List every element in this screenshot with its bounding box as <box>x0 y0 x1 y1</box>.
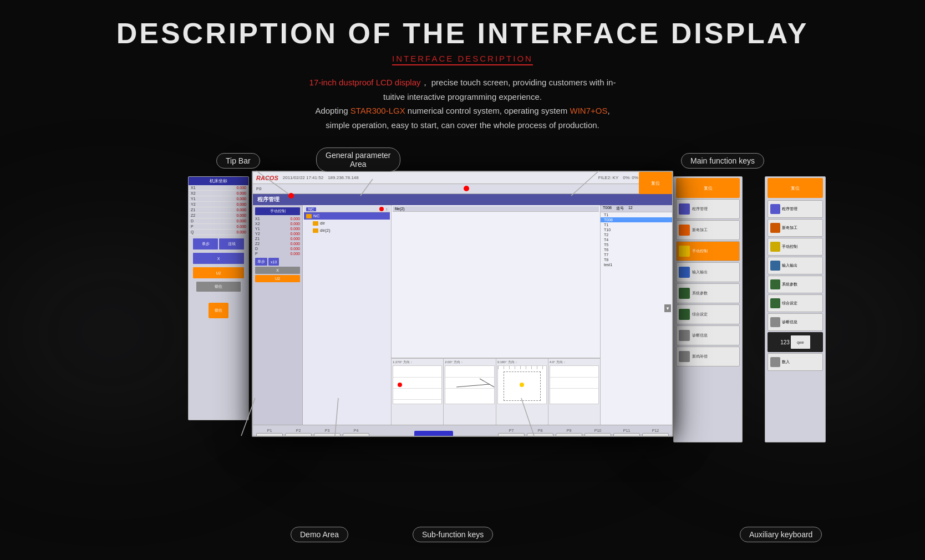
lsb-btn-move[interactable]: 锁住 <box>209 303 228 318</box>
fkey-btn-p3[interactable] <box>314 433 340 437</box>
ctrl-btn-x[interactable]: X <box>255 267 300 274</box>
lsb-btn-stop[interactable]: 锁住 <box>196 282 241 292</box>
rsb-icon-diag <box>679 330 690 341</box>
rsb-btn-sys[interactable]: 系统参数 <box>676 283 740 303</box>
fkey-btn-p7[interactable]: 删除目录 <box>498 433 525 437</box>
fkey-icon-p9 <box>565 437 573 437</box>
topbar-ip: 189.236.78.148 <box>328 175 359 180</box>
t-item-t2[interactable]: T2 <box>601 232 672 237</box>
t-item-t5[interactable]: T5 <box>601 242 672 247</box>
aux-btn-6[interactable]: 综合设定 <box>768 294 823 312</box>
ctrl-x1: X10.000 <box>255 217 300 221</box>
lsb-row-p: P0.000 <box>189 224 248 230</box>
vp-grid-1 <box>393 365 442 404</box>
left-sidebar-panel: 机床坐标 X10.000 X20.000 Y10.000 Y20.000 Z10… <box>188 176 249 420</box>
orange-top-btn[interactable]: 复位 <box>639 172 672 194</box>
red-indicator <box>464 186 469 191</box>
func-keys-bar: P1 新建目录 P2 到程程序 P3 <box>253 425 672 437</box>
callout-sub-function-keys: Sub-function keys <box>413 527 493 542</box>
fkey-icon-p7 <box>507 437 516 437</box>
fkey-btn-p11[interactable]: USR <box>613 433 640 437</box>
t-item-t1b[interactable]: T1 <box>601 222 672 227</box>
t-item-t4[interactable]: T4 <box>601 237 672 242</box>
lsb-btn-1[interactable]: 单步 <box>193 238 218 250</box>
fkey-btn-p12[interactable]: NET <box>642 433 669 437</box>
file-item-dir2[interactable]: dir(2) <box>304 227 390 234</box>
folder-icon-nc <box>306 214 312 218</box>
fkey-btn-p2[interactable]: 到程程序 <box>285 433 312 437</box>
aux-btn-4[interactable]: 输入输出 <box>768 257 823 274</box>
rsb-btn-manual[interactable]: 手动控制 <box>676 241 740 261</box>
aux-label-4: 输入输出 <box>782 263 797 268</box>
t-item-t6[interactable]: T6 <box>601 247 672 252</box>
aux-icon-3 <box>770 242 780 252</box>
enter-button[interactable]: ↵ ENTER <box>414 431 453 437</box>
ctrl-z1: Z10.000 <box>255 237 300 241</box>
lsb-btn-u[interactable]: U2 <box>193 267 244 278</box>
nc-badge: NC <box>306 207 316 211</box>
title-bar-text: 程序管理 <box>257 196 279 203</box>
file-item-nc[interactable]: NC <box>304 212 390 220</box>
aux-label-8: 数入 <box>782 359 790 365</box>
desc-line-2: tuitive interactive programming experien… <box>309 90 616 104</box>
viewport-quad-2: 2:00° 方向： <box>444 359 496 425</box>
aux-btn-3[interactable]: 手动控制 <box>768 238 823 256</box>
aux-icon-8 <box>770 357 780 367</box>
desc-line-4: simple operation, easy to start, can cov… <box>309 118 616 133</box>
title-section: DESCRIPTION OF THE INTERFACE DISPLAY INT… <box>116 0 809 65</box>
t-item-t10[interactable]: T10 <box>601 227 672 232</box>
aux-numpad-btn[interactable]: qwe <box>791 335 810 349</box>
rsb-btn-program[interactable]: 程序管理 <box>676 199 740 219</box>
rsb-label-combine: 综合设定 <box>692 312 708 317</box>
callout-tip-bar: Tip Bar <box>216 153 260 169</box>
fkey-icon-folder <box>265 437 274 437</box>
fkey-btn-p4[interactable]: 工程图输送 <box>343 433 369 437</box>
t-item-t8[interactable]: T8 <box>601 257 672 262</box>
fkey-btn-p9[interactable]: 粘 贴 <box>556 433 582 437</box>
center-content: file(2) 1:270° 方向： <box>392 205 600 425</box>
fkey-p4: P4 工程图输送 <box>343 429 369 437</box>
fkey-p3: P3 <box>314 429 340 437</box>
rsb-btn-comp[interactable]: 新鸡补偿 <box>676 347 740 366</box>
ctrl-btn-u2[interactable]: U2 <box>255 275 300 282</box>
ctrl-y1: Y10.000 <box>255 227 300 231</box>
vp2-line <box>456 384 490 388</box>
ctrl-d: D0.000 <box>255 247 300 251</box>
fkey-btn-p8[interactable]: 删除程序 <box>527 433 553 437</box>
vp-grid-4 <box>550 365 599 404</box>
ctrl-panel: 手动控制 X10.000 X20.000 Y10.000 Y20.000 Z10… <box>253 205 303 425</box>
aux-btn-7[interactable]: 诊断信息 <box>768 313 823 331</box>
aux-top-orange: 复位 <box>768 178 823 198</box>
t-item-t7[interactable]: T7 <box>601 252 672 257</box>
fkey-btn-p10[interactable]: NC <box>585 433 611 437</box>
aux-btn-list: 程序管理 新奇加工 手动控制 输入输出 系统参数 <box>765 199 825 372</box>
rsb-btn-diag[interactable]: 诊断信息 <box>676 325 740 345</box>
aux-icon-2 <box>770 223 780 233</box>
fkey-btn-p1[interactable]: 新建目录 <box>256 433 283 437</box>
viewport-quad-3: 3:180° 方向： <box>496 359 548 425</box>
t-scroll-down[interactable]: ▼ <box>664 304 671 312</box>
lsb-btn-x[interactable]: X <box>193 253 244 264</box>
fkey-p2: P2 到程程序 <box>285 429 312 437</box>
aux-btn-5[interactable]: 系统参数 <box>768 276 823 293</box>
ctrl-y2: Y20.000 <box>255 232 300 236</box>
lsb-row-y1: Y10.000 <box>189 196 248 202</box>
rsb-btn-combine[interactable]: 综合设定 <box>676 304 740 324</box>
rsb-btn-xinqi[interactable]: 新奇加工 <box>676 220 740 240</box>
file-panel-header: file(2) <box>393 206 599 212</box>
lsb-btn-2[interactable]: 连续 <box>219 238 244 250</box>
ctrl-btn-step[interactable]: 单步 <box>255 258 267 266</box>
aux-btn-2[interactable]: 新奇加工 <box>768 219 823 237</box>
rsb-btn-io[interactable]: 输入输出 <box>676 262 740 282</box>
vp-grid-2 <box>445 365 494 404</box>
t-item-t1[interactable]: T1 <box>601 212 672 217</box>
t-item-test1[interactable]: test1 <box>601 262 672 267</box>
t-item-t008[interactable]: T008 <box>601 217 672 222</box>
ctrl-btn-cont[interactable]: x10 <box>268 258 279 266</box>
lsb-row-d: D0.000 <box>189 218 248 224</box>
file-item-dir[interactable]: dir <box>304 220 390 227</box>
aux-btn-1[interactable]: 程序管理 <box>768 200 823 218</box>
aux-top-label: 复位 <box>791 185 800 191</box>
fkey-p10: P10 NC <box>585 429 611 437</box>
aux-btn-8[interactable]: 数入 <box>768 353 823 371</box>
